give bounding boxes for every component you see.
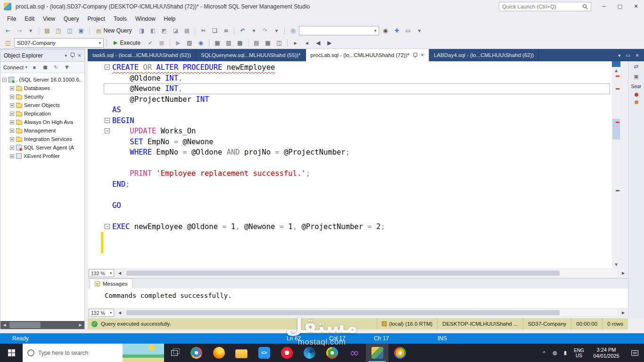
connect-button[interactable]: Connect ▾ — [3, 65, 27, 70]
toolbar-combobox[interactable]: ▾ — [299, 26, 379, 35]
xml-query-icon[interactable]: ▦ — [182, 26, 192, 35]
properties-icon[interactable]: ✚ — [391, 26, 402, 35]
window-position-icon[interactable]: ▾ — [65, 53, 67, 58]
taskbar-app-firefox[interactable] — [207, 344, 230, 362]
messages-hscroll-thumb[interactable] — [126, 310, 560, 315]
tree-expander-icon[interactable]: + — [10, 103, 14, 107]
query-options-icon[interactable]: ▧ — [184, 38, 195, 48]
live-query-stats-icon[interactable]: ▨ — [223, 38, 234, 48]
taskbar-app-chrome[interactable] — [185, 344, 207, 362]
filter-icon[interactable]: ▼ — [63, 65, 71, 70]
tree-expander-icon[interactable]: + — [10, 129, 14, 133]
redo-dropdown-icon[interactable]: ▾ — [271, 26, 281, 35]
expand-panel-icon[interactable]: ⇄ — [634, 63, 638, 70]
new-project-icon[interactable]: ▤ — [42, 26, 52, 35]
code-line[interactable]: GO — [88, 200, 612, 211]
menu-project[interactable]: Project — [83, 13, 109, 25]
editor-hscroll-thumb[interactable] — [126, 271, 560, 276]
taskbar-app-vscode[interactable] — [253, 344, 275, 362]
menu-edit[interactable]: Edit — [20, 13, 39, 25]
paste-icon[interactable]: ≡ — [221, 26, 231, 35]
language-indicator[interactable]: ENG US — [570, 348, 587, 358]
refresh-icon[interactable]: ↻ — [52, 65, 60, 70]
tree-expander-icon[interactable]: + — [10, 120, 14, 124]
tree-item[interactable]: +Always On High Ava — [0, 118, 84, 126]
code-editor[interactable]: −CREATE OR ALTER PROCEDURE newEmployee @… — [88, 61, 612, 268]
close-icon[interactable]: × — [78, 52, 81, 59]
tree-item[interactable]: +Management — [0, 126, 84, 135]
code-line[interactable]: WHERE EmpNo = @Oldone AND projNo = @Proj… — [88, 147, 612, 158]
collapse-icon[interactable]: − — [105, 65, 110, 70]
messages-zoom-select[interactable]: 132 % ▾ — [89, 309, 114, 317]
collapse-icon[interactable]: − — [105, 128, 110, 133]
code-line[interactable]: −EXEC newEmployee @Oldone = 1, @Newone =… — [88, 222, 612, 232]
editor-hscroll-track[interactable] — [125, 270, 618, 277]
nav-history-dropdown-icon[interactable]: ▾ — [25, 26, 36, 35]
vscroll-track[interactable] — [612, 74, 620, 261]
code-line[interactable] — [88, 158, 612, 169]
toolbar-options-dropdown-icon[interactable]: ▾ — [414, 26, 424, 35]
code-line[interactable] — [88, 232, 612, 243]
parse-icon[interactable]: ✓ — [145, 38, 156, 48]
tree-expander-icon[interactable]: + — [10, 95, 14, 99]
code-line[interactable]: PRINT 'Employee replacement successful.'… — [88, 168, 612, 179]
battery-icon[interactable]: ▮ — [560, 350, 570, 356]
forward-icon[interactable]: → — [14, 26, 25, 35]
tab-messages[interactable]: Messages — [90, 279, 132, 288]
close-button[interactable]: ✕ — [628, 0, 644, 13]
float-window-icon[interactable]: ▭ — [626, 53, 630, 58]
results-to-grid-icon[interactable]: ▦ — [263, 38, 273, 48]
find-icon[interactable]: ◉ — [380, 26, 390, 35]
editor-tab[interactable]: SQLQuerynew.sql...MLHUU\Shahd (55))* — [196, 49, 306, 61]
taskbar-search-input[interactable]: Type here to search — [23, 344, 164, 362]
cut-icon[interactable]: ✂ — [198, 26, 208, 35]
close-icon[interactable]: × — [421, 52, 424, 58]
panel-icon[interactable]: ▣ — [634, 74, 638, 80]
undo-icon[interactable]: ↶ — [237, 26, 248, 35]
splitter-grip[interactable] — [612, 61, 620, 67]
uncomment-icon[interactable]: ◂ — [302, 38, 312, 48]
collapse-icon[interactable]: − — [105, 118, 110, 123]
code-line[interactable]: − UPDATE Works_On — [88, 126, 612, 137]
outdent-icon[interactable]: ◀ — [313, 38, 323, 48]
task-view-button[interactable] — [164, 344, 185, 362]
tree-expander-icon[interactable]: + — [10, 146, 14, 150]
quick-launch-input[interactable]: Quick Launch (Ctrl+Q) — [499, 2, 591, 11]
taskbar-app-chrome-2[interactable] — [321, 344, 343, 362]
mdx-query-icon[interactable]: ◧ — [148, 26, 158, 35]
taskbar-app-chrome-3[interactable] — [388, 344, 411, 362]
new-query-button[interactable]: ▤New Query — [92, 26, 135, 35]
database-engine-query-icon[interactable]: ◨ — [136, 26, 147, 35]
close-document-icon[interactable]: ✕ — [636, 53, 639, 58]
execute-button[interactable]: ▶Execute — [110, 38, 144, 48]
copy-icon[interactable]: ❏ — [209, 26, 220, 35]
code-line[interactable] — [88, 211, 612, 222]
comment-icon[interactable]: ▸ — [290, 38, 301, 48]
undo-dropdown-icon[interactable]: ▾ — [248, 26, 259, 35]
scroll-right-icon[interactable]: ▶ — [619, 309, 627, 316]
activity-monitor-icon[interactable]: ◎ — [288, 26, 298, 35]
tree-item[interactable]: +Integration Services — [0, 135, 84, 143]
code-line[interactable]: @Oldone INT, — [88, 73, 612, 84]
side-panel-label[interactable]: Sear — [631, 83, 641, 89]
cancel-query-icon[interactable]: ■ — [157, 38, 167, 48]
tree-expander-icon[interactable]: + — [10, 86, 14, 90]
menu-query[interactable]: Query — [59, 13, 83, 25]
tree-item[interactable]: +Server Objects — [0, 101, 84, 109]
code-line[interactable]: AS — [88, 105, 612, 115]
redo-icon[interactable]: ↷ — [260, 26, 270, 35]
tree-expander-icon[interactable]: − — [2, 78, 7, 82]
messages-hscroll-track[interactable] — [125, 309, 618, 316]
results-to-text-icon[interactable]: ▤ — [251, 38, 262, 48]
tree-expander-icon[interactable]: + — [10, 154, 14, 158]
scroll-up-icon[interactable]: ▲ — [612, 67, 620, 74]
menu-file[interactable]: File — [3, 13, 20, 25]
tree-expander-icon[interactable]: + — [10, 112, 14, 116]
code-line[interactable]: SET EmpNo = @Newone — [88, 137, 612, 148]
menu-view[interactable]: View — [39, 13, 59, 25]
scroll-down-icon[interactable]: ▼ — [612, 261, 620, 268]
action-center-button[interactable] — [625, 350, 644, 356]
tree-item[interactable]: +Security — [0, 92, 84, 101]
tree-item[interactable]: +Databases — [0, 84, 84, 92]
xmla-query-icon[interactable]: ◪ — [170, 26, 181, 35]
